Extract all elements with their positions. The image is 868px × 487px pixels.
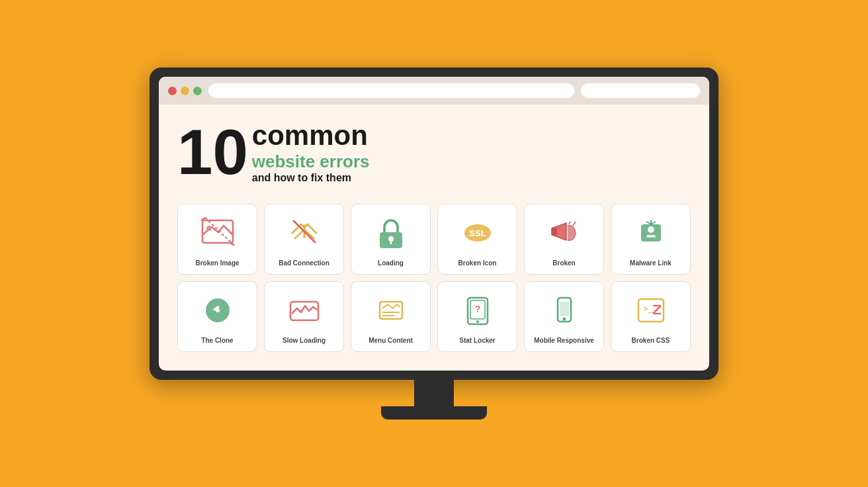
broken-image-label: Broken Image [195, 259, 239, 267]
browser-window: 10 common website errors and how to fix … [159, 77, 709, 370]
mobile-icon [545, 291, 584, 330]
bad-connection-label: Bad Connection [279, 259, 329, 267]
headline-word1: common [252, 120, 370, 151]
card-ssl: SSL Broken Icon [437, 204, 517, 275]
svg-point-17 [648, 226, 654, 233]
broken-icon-img [545, 214, 584, 252]
url-bar[interactable] [208, 83, 574, 98]
menu-label: Menu Content [369, 336, 413, 345]
malware-icon [632, 214, 670, 252]
svg-line-39 [653, 306, 661, 314]
svg-text:?: ? [474, 304, 480, 314]
broken-css-label: Broken CSS [632, 336, 670, 345]
card-loading: Loading [351, 204, 431, 275]
broken-css-icon: >_ [632, 291, 670, 330]
monitor-wrapper: 10 common website errors and how to fix … [150, 67, 718, 419]
clone-label: The Clone [201, 336, 233, 345]
card-mobile: Mobile Responsive [524, 281, 604, 352]
malware-label: Malware Link [630, 259, 672, 267]
card-broken-css: >_ Broken CSS [611, 281, 691, 352]
card-broken: Broken [524, 204, 604, 275]
minimize-dot[interactable] [181, 87, 189, 95]
svg-point-24 [216, 308, 220, 312]
cards-grid: Broken Image Bad Connection [177, 204, 691, 352]
svg-rect-26 [380, 302, 402, 319]
broken-image-icon [198, 214, 237, 252]
card-slow-loading: Slow Loading [264, 281, 344, 352]
svg-line-6 [293, 220, 316, 243]
tablet-error-label: Stat Locker [459, 336, 495, 345]
svg-point-35 [562, 317, 566, 320]
card-bad-connection: Bad Connection [264, 204, 344, 275]
window-controls [168, 87, 202, 95]
broken-label: Broken [552, 259, 575, 267]
svg-rect-34 [560, 302, 569, 316]
svg-rect-18 [646, 235, 656, 238]
close-dot[interactable] [168, 87, 177, 95]
svg-line-14 [569, 222, 570, 224]
svg-line-15 [573, 222, 576, 226]
headline-text: common website errors and how to fix the… [252, 120, 370, 189]
svg-text:>_: >_ [644, 304, 653, 313]
card-clone: The Clone [177, 281, 257, 352]
bad-connection-icon [285, 214, 324, 252]
ssl-icon: SSL [458, 214, 497, 252]
svg-rect-13 [552, 228, 557, 235]
card-menu: Menu Content [351, 281, 431, 352]
clone-icon [198, 291, 237, 330]
loading-label: Loading [378, 259, 404, 267]
svg-text:SSL: SSL [469, 228, 486, 238]
headline-number: 10 [177, 120, 248, 184]
card-malware: Malware Link [611, 204, 691, 275]
loading-icon [372, 214, 410, 252]
monitor: 10 common website errors and how to fix … [150, 67, 718, 379]
monitor-stand-base [381, 406, 487, 420]
tablet-error-icon: ? [458, 291, 497, 330]
mobile-label: Mobile Responsive [534, 336, 594, 345]
monitor-stand-neck [414, 380, 454, 406]
svg-point-32 [476, 320, 479, 323]
headline-word3: and how to fix them [252, 172, 370, 184]
slow-loading-icon [285, 291, 324, 330]
url-bar-right[interactable] [581, 83, 700, 98]
svg-point-1 [206, 226, 212, 231]
browser-bar [159, 77, 709, 105]
maximize-dot[interactable] [193, 87, 202, 95]
slow-loading-label: Slow Loading [282, 336, 326, 345]
headline: 10 common website errors and how to fix … [177, 120, 691, 189]
card-tablet-error: ? Stat Locker [437, 281, 517, 352]
menu-icon [372, 291, 410, 330]
headline-word2: website errors [252, 152, 370, 172]
card-broken-image: Broken Image [177, 204, 257, 275]
browser-content: 10 common website errors and how to fix … [159, 105, 709, 370]
ssl-label: Broken Icon [458, 259, 497, 267]
